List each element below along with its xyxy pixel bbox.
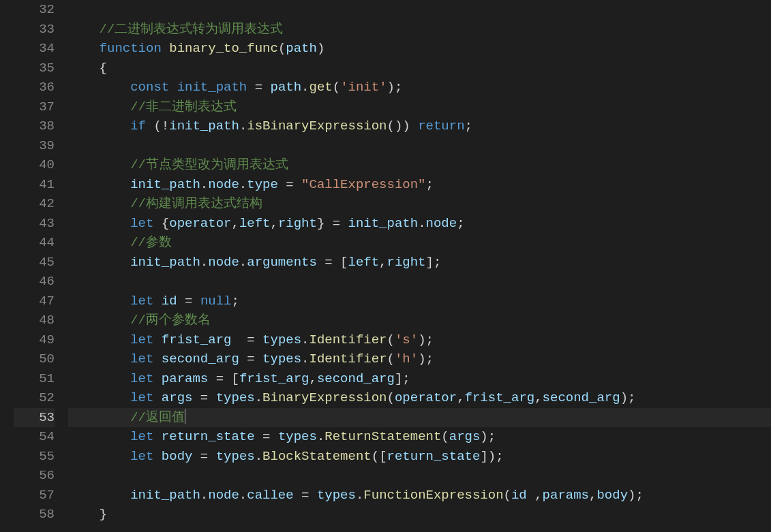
line-number[interactable]: 50 <box>14 349 55 369</box>
token-var: types <box>262 332 301 347</box>
line-number[interactable]: 35 <box>14 59 55 78</box>
code-line[interactable]: init_path.node.type = "CallExpression"; <box>68 175 771 195</box>
code-line[interactable]: let frist_arg = types.Identifier('s'); <box>68 330 771 350</box>
line-number[interactable]: 37 <box>14 97 55 117</box>
line-number[interactable]: 52 <box>14 388 55 408</box>
token-prop: node <box>208 255 239 270</box>
code-line[interactable]: let body = types.BlockStatement([return_… <box>68 447 771 467</box>
line-number[interactable]: 33 <box>14 20 55 40</box>
token-punc: { <box>153 216 169 231</box>
token-punc: ]; <box>426 255 442 270</box>
token-punc <box>68 80 130 95</box>
line-number-gutter[interactable]: 3233343536373839404142434445464748495051… <box>14 0 68 532</box>
line-number[interactable]: 34 <box>14 39 55 59</box>
token-punc <box>68 255 130 270</box>
token-var: body <box>162 449 193 464</box>
code-line[interactable]: let return_state = types.ReturnStatement… <box>68 427 771 447</box>
code-line[interactable] <box>68 272 771 292</box>
line-number[interactable]: 51 <box>14 369 55 389</box>
code-line[interactable]: { <box>68 59 771 78</box>
token-var: second_arg <box>317 371 395 386</box>
folding-margin[interactable] <box>0 0 14 532</box>
token-var: left <box>239 216 271 231</box>
line-number[interactable]: 44 <box>14 233 55 253</box>
code-line[interactable]: let params = [frist_arg,second_arg]; <box>68 369 771 389</box>
token-keyword: return <box>418 119 464 134</box>
token-prop: callee <box>247 488 293 503</box>
line-number[interactable]: 42 <box>14 194 55 214</box>
code-line[interactable]: if (!init_path.isBinaryExpression()) ret… <box>68 116 771 136</box>
token-punc: , <box>379 255 387 270</box>
code-line[interactable]: let id = null; <box>68 292 771 311</box>
token-func: BinaryExpression <box>262 390 387 405</box>
line-number[interactable]: 56 <box>14 466 55 486</box>
line-number[interactable]: 53 <box>14 408 55 428</box>
code-line[interactable]: const init_path = path.get('init'); <box>68 78 771 97</box>
code-line[interactable]: init_path.node.arguments = [left,right]; <box>68 253 771 272</box>
token-punc: ( <box>441 429 449 444</box>
code-line[interactable]: init_path.node.callee = types.FunctionEx… <box>68 486 771 505</box>
token-keyword: let <box>130 371 153 386</box>
line-number[interactable]: 47 <box>14 292 55 311</box>
code-line[interactable]: //参数 <box>68 233 771 253</box>
token-punc: . <box>200 255 208 270</box>
line-number[interactable]: 39 <box>14 136 55 156</box>
line-number[interactable]: 46 <box>14 272 55 292</box>
text-cursor <box>185 409 185 424</box>
line-number[interactable]: 58 <box>14 505 55 525</box>
token-keyword: const <box>130 80 169 95</box>
token-keyword: let <box>130 449 153 464</box>
token-var: left <box>348 255 380 270</box>
line-number[interactable]: 57 <box>14 486 55 505</box>
token-var: frist_arg <box>162 332 232 347</box>
line-number[interactable]: 32 <box>14 0 55 20</box>
code-line[interactable]: //构建调用表达式结构 <box>68 194 771 214</box>
token-punc: ( <box>387 351 395 366</box>
code-line[interactable]: let args = types.BinaryExpression(operat… <box>68 388 771 408</box>
token-punc <box>68 119 130 134</box>
code-line[interactable]: //节点类型改为调用表达式 <box>68 155 771 175</box>
code-line[interactable]: //两个参数名 <box>68 311 771 330</box>
code-line[interactable]: let second_arg = types.Identifier('h'); <box>68 349 771 369</box>
token-op: = <box>177 294 200 309</box>
token-punc: ); <box>480 429 496 444</box>
token-keyword: let <box>130 332 153 347</box>
line-number[interactable]: 36 <box>14 78 55 97</box>
line-number[interactable]: 54 <box>14 427 55 447</box>
code-line[interactable]: //二进制表达式转为调用表达式 <box>68 20 771 40</box>
token-var: init_path <box>130 488 200 503</box>
token-comment: //两个参数名 <box>130 313 211 328</box>
code-area[interactable]: //二进制表达式转为调用表达式 function binary_to_func(… <box>68 0 771 532</box>
line-number[interactable]: 55 <box>14 447 55 467</box>
line-number[interactable]: 41 <box>14 175 55 195</box>
code-line[interactable]: let {operator,left,right} = init_path.no… <box>68 214 771 234</box>
line-number[interactable]: 45 <box>14 253 55 272</box>
code-line[interactable] <box>68 136 771 156</box>
line-number[interactable]: 48 <box>14 311 55 330</box>
code-line[interactable]: function binary_to_func(path) <box>68 39 771 59</box>
line-number[interactable]: 40 <box>14 155 55 175</box>
token-keyword: let <box>130 294 153 309</box>
line-number[interactable]: 49 <box>14 330 55 350</box>
token-var: second_arg <box>543 390 620 405</box>
code-line[interactable]: //非二进制表达式 <box>68 97 771 117</box>
code-line[interactable]: } <box>68 505 771 525</box>
token-var: init_path <box>348 216 419 231</box>
line-number[interactable]: 38 <box>14 116 55 136</box>
token-var: return_state <box>387 449 481 464</box>
token-str: 'h' <box>395 351 418 366</box>
token-op: = <box>192 449 215 464</box>
token-op: = <box>239 351 262 366</box>
token-punc <box>68 294 130 309</box>
token-keyword: let <box>130 390 153 405</box>
code-editor[interactable]: 3233343536373839404142434445464748495051… <box>0 0 771 532</box>
token-op: = <box>278 177 301 192</box>
token-funcdecl: binary_to_func <box>169 41 278 56</box>
token-prop: node <box>426 216 457 231</box>
code-line[interactable] <box>68 0 771 20</box>
code-line[interactable]: //返回值 <box>68 408 771 428</box>
line-number[interactable]: 43 <box>14 214 55 234</box>
token-punc: , <box>534 390 542 405</box>
code-line[interactable] <box>68 466 771 486</box>
token-punc <box>153 371 161 386</box>
